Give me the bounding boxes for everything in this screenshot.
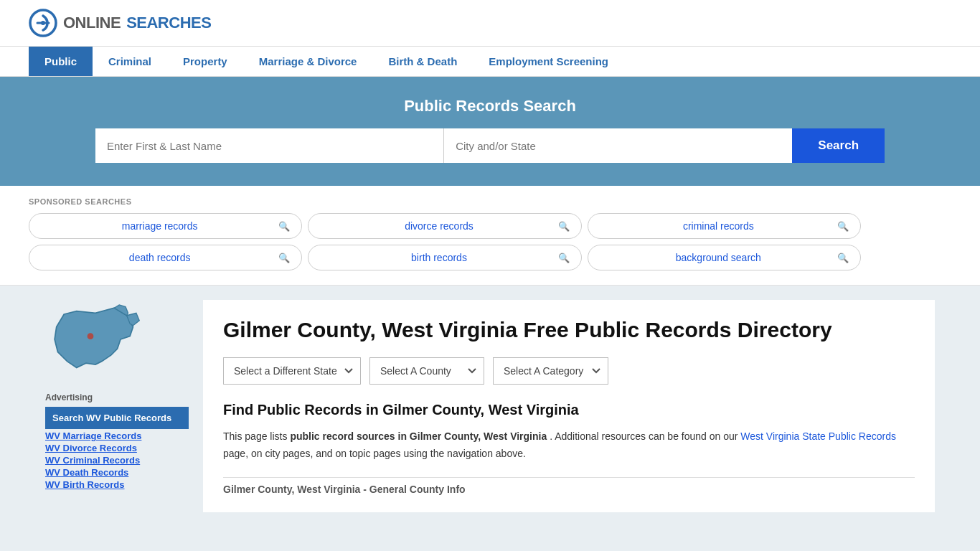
logo-text-online: ONLINE [63, 14, 121, 32]
pill-label-criminal: criminal records [600, 220, 837, 232]
search-icon-background: 🔍 [837, 253, 849, 263]
sidebar-link-criminal[interactable]: WV Criminal Records [45, 455, 189, 466]
search-icon-death: 🔍 [278, 253, 290, 263]
desc-part2: . Additional resources can be found on o… [550, 430, 740, 442]
nav-bar: Public Criminal Property Marriage & Divo… [0, 47, 980, 77]
advertising-label: Advertising [45, 392, 189, 402]
nav-item-public[interactable]: Public [29, 47, 93, 76]
hero-section: Public Records Search Search [0, 77, 980, 186]
sponsored-grid: marriage records 🔍 divorce records 🔍 cri… [29, 213, 861, 270]
nav-item-employment[interactable]: Employment Screening [473, 47, 624, 76]
logo-text-searches: SEARCHES [126, 14, 211, 32]
search-icon-birth: 🔍 [558, 253, 570, 263]
desc-part3: page, on city pages, and on topic pages … [223, 448, 526, 459]
sponsored-pill-divorce[interactable]: divorce records 🔍 [308, 213, 581, 239]
sidebar-link-marriage[interactable]: WV Marriage Records [45, 430, 189, 441]
state-dropdown[interactable]: Select a Different State [223, 357, 361, 385]
pill-label-birth: birth records [320, 252, 557, 263]
county-dropdown[interactable]: Select A County [369, 357, 484, 385]
page-body: Advertising Search WV Public Records WV … [31, 286, 949, 527]
pill-label-divorce: divorce records [320, 220, 557, 232]
name-input[interactable] [95, 128, 444, 163]
svg-point-2 [41, 21, 45, 25]
sponsored-pill-marriage[interactable]: marriage records 🔍 [29, 213, 302, 239]
search-icon-marriage: 🔍 [278, 221, 290, 232]
nav-item-marriage-divorce[interactable]: Marriage & Divorce [243, 47, 373, 76]
category-dropdown[interactable]: Select A Category [493, 357, 608, 385]
sponsored-pill-birth[interactable]: birth records 🔍 [308, 245, 581, 270]
search-icon-divorce: 🔍 [558, 221, 570, 232]
header: ONLINE SEARCHES [0, 0, 980, 47]
nav-item-birth-death[interactable]: Birth & Death [372, 47, 473, 76]
sponsored-pill-death[interactable]: death records 🔍 [29, 245, 302, 270]
location-input[interactable] [444, 128, 792, 163]
search-button[interactable]: Search [792, 128, 885, 163]
description-text: This page lists public record sources in… [223, 428, 915, 463]
divider [223, 477, 915, 478]
desc-part1: This page lists [223, 430, 290, 442]
desc-bold: public record sources in Gilmer County, … [290, 430, 547, 442]
wv-map [45, 300, 189, 381]
svg-point-3 [88, 333, 94, 339]
sponsored-label: SPONSORED SEARCHES [29, 197, 951, 206]
general-info-label: Gilmer County, West Virginia - General C… [223, 484, 915, 495]
dropdowns-row: Select a Different State Select A County… [223, 357, 915, 385]
sidebar: Advertising Search WV Public Records WV … [45, 300, 189, 512]
logo[interactable]: ONLINE SEARCHES [29, 9, 211, 37]
nav-item-criminal[interactable]: Criminal [93, 47, 167, 76]
pill-label-marriage: marriage records [41, 220, 278, 232]
search-bar: Search [95, 128, 885, 163]
find-records-heading: Find Public Records in Gilmer County, We… [223, 402, 915, 418]
pill-label-death: death records [41, 252, 278, 263]
desc-link[interactable]: West Virginia State Public Records [740, 430, 896, 442]
sponsored-section: SPONSORED SEARCHES marriage records 🔍 di… [0, 186, 980, 286]
sidebar-link-death[interactable]: WV Death Records [45, 467, 189, 478]
pill-label-background: background search [600, 252, 837, 263]
sponsored-pill-background[interactable]: background search 🔍 [588, 245, 861, 270]
logo-icon [29, 9, 57, 37]
sidebar-link-birth[interactable]: WV Birth Records [45, 479, 189, 490]
search-icon-criminal: 🔍 [837, 221, 849, 232]
page-heading: Gilmer County, West Virginia Free Public… [223, 317, 915, 343]
sponsored-pill-criminal[interactable]: criminal records 🔍 [588, 213, 861, 239]
sidebar-ad-main[interactable]: Search WV Public Records [45, 407, 189, 429]
nav-item-property[interactable]: Property [167, 47, 243, 76]
wv-map-svg [45, 300, 146, 379]
sidebar-link-divorce[interactable]: WV Divorce Records [45, 443, 189, 453]
content-area: Gilmer County, West Virginia Free Public… [203, 300, 935, 512]
hero-title: Public Records Search [29, 97, 951, 116]
